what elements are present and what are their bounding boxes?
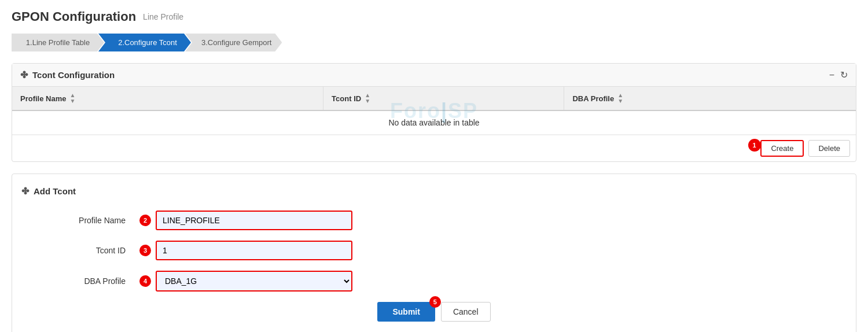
tcont-id-input[interactable] (156, 241, 352, 260)
create-badge: 1 (748, 139, 761, 152)
form-puzzle-icon: ✤ (21, 186, 29, 197)
sort-icon-profile-name: ▲▼ (69, 93, 75, 104)
cancel-button[interactable]: Cancel (441, 302, 491, 322)
create-button[interactable]: Create (760, 140, 804, 157)
create-btn-wrapper: 1 Create (746, 140, 804, 157)
minimize-button[interactable]: − (829, 70, 834, 80)
dba-profile-select[interactable]: DBA_1G DBA_100M DBA_10M (156, 271, 352, 292)
tcont-id-label: Tcont ID (56, 246, 137, 255)
submit-btn-wrapper: 5 Submit (377, 302, 435, 322)
add-tcont-section: ✤ Add Tcont Profile Name 2 Tcont ID 3 (12, 174, 856, 332)
badge-2: 2 (139, 215, 151, 226)
refresh-button[interactable]: ↻ (840, 69, 848, 80)
section-header: ✤ Tcont Configuration − ↻ (12, 64, 856, 87)
add-tcont-label: Add Tcont (34, 186, 76, 196)
step-2-label: 2.Configure Tcont (118, 38, 177, 47)
data-table: Profile Name ▲▼ Tcont ID ▲▼ (12, 87, 856, 135)
form-section-title: ✤ Add Tcont (21, 186, 847, 197)
col-dba-profile[interactable]: DBA Profile ▲▼ (564, 87, 856, 110)
tcont-config-section: ✤ Tcont Configuration − ↻ Foro|SP Profil… (12, 63, 856, 162)
table-wrapper: Foro|SP Profile Name ▲▼ Tcont ID (12, 87, 856, 135)
submit-button[interactable]: Submit (377, 302, 435, 322)
step-3-label: 3.Configure Gemport (201, 38, 271, 47)
page-subtitle: Line Profile (143, 12, 183, 21)
dba-profile-row: DBA Profile 4 DBA_1G DBA_100M DBA_10M (21, 271, 847, 292)
step-1-label: 1.Line Profile Table (26, 38, 90, 47)
sort-icon-tcont-id: ▲▼ (365, 93, 370, 104)
profile-name-row: Profile Name 2 (21, 211, 847, 230)
profile-name-input[interactable] (156, 211, 352, 230)
form-body: Profile Name 2 Tcont ID 3 DBA Profile 4 … (21, 211, 847, 332)
badge-3: 3 (139, 245, 151, 256)
table-empty-row: No data available in table (12, 110, 856, 135)
action-row: 1 Create Delete (12, 135, 856, 161)
form-actions: 5 Submit Cancel (21, 302, 847, 332)
section-controls: − ↻ (829, 69, 848, 80)
page-wrapper: GPON Configuration Line Profile 1.Line P… (0, 0, 868, 332)
puzzle-icon: ✤ (20, 69, 28, 80)
form-section: ✤ Add Tcont Profile Name 2 Tcont ID 3 (12, 174, 856, 332)
page-header: GPON Configuration Line Profile (12, 9, 856, 24)
step-1[interactable]: 1.Line Profile Table (12, 34, 104, 51)
badge-5: 5 (429, 296, 441, 308)
profile-name-label: Profile Name (56, 216, 137, 225)
badge-4: 4 (139, 275, 151, 287)
col-tcont-id[interactable]: Tcont ID ▲▼ (323, 87, 564, 110)
steps-bar: 1.Line Profile Table 2.Configure Tcont 3… (12, 34, 856, 51)
empty-message: No data available in table (12, 110, 856, 135)
section-title-label: Tcont Configuration (32, 70, 115, 80)
page-title: GPON Configuration (12, 9, 136, 24)
delete-button[interactable]: Delete (808, 140, 850, 157)
sort-icon-dba-profile: ▲▼ (617, 93, 623, 104)
section-title: ✤ Tcont Configuration (20, 69, 115, 80)
step-3[interactable]: 3.Configure Gemport (185, 34, 282, 51)
step-2[interactable]: 2.Configure Tcont (98, 34, 191, 51)
tcont-id-row: Tcont ID 3 (21, 241, 847, 260)
dba-profile-label: DBA Profile (56, 276, 137, 286)
col-profile-name[interactable]: Profile Name ▲▼ (12, 87, 323, 110)
